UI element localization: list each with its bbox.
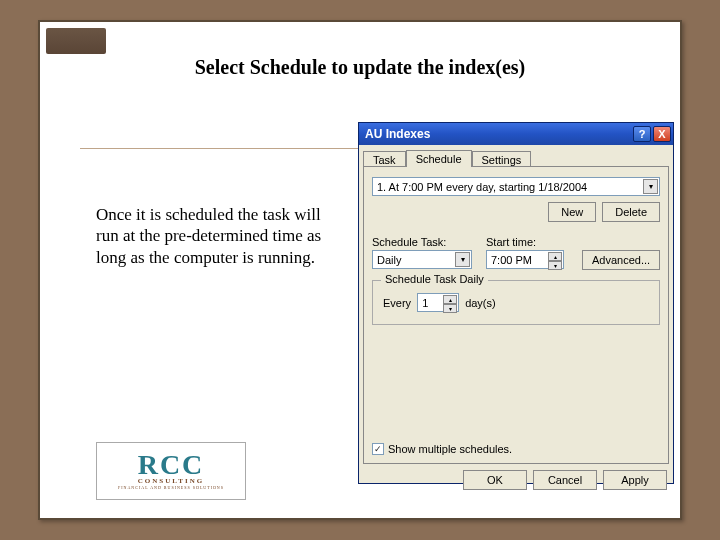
logo-main: RCC <box>138 452 205 477</box>
dialog-button-row: OK Cancel Apply <box>359 464 673 490</box>
ok-button[interactable]: OK <box>463 470 527 490</box>
logo-sub: CONSULTING <box>138 477 204 485</box>
advanced-button[interactable]: Advanced... <box>582 250 660 270</box>
schedule-entry-dropdown[interactable]: 1. At 7:00 PM every day, starting 1/18/2… <box>372 177 660 196</box>
help-icon[interactable]: ? <box>633 126 651 142</box>
titlebar[interactable]: AU Indexes ? X <box>359 123 673 145</box>
schedule-task-label: Schedule Task: <box>372 236 472 248</box>
schedule-task-dropdown[interactable]: Daily ▾ <box>372 250 472 269</box>
spinner-buttons[interactable]: ▴▾ <box>548 252 562 267</box>
spacer <box>582 236 660 248</box>
days-label: day(s) <box>465 297 496 309</box>
logo-tagline: FINANCIAL AND BUSINESS SOLUTIONS <box>118 485 224 490</box>
group-legend: Schedule Task Daily <box>381 273 488 285</box>
start-time-field[interactable]: 7:00 PM ▴▾ <box>486 250 564 269</box>
show-multiple-checkbox[interactable]: ✓ <box>372 443 384 455</box>
dialog-title: AU Indexes <box>365 127 631 141</box>
show-multiple-label: Show multiple schedules. <box>388 443 512 455</box>
every-field[interactable]: 1 ▴▾ <box>417 293 459 312</box>
every-label: Every <box>383 297 411 309</box>
chevron-down-icon[interactable]: ▾ <box>455 252 470 267</box>
logo: RCC CONSULTING FINANCIAL AND BUSINESS SO… <box>96 442 246 500</box>
chevron-down-icon[interactable]: ▾ <box>643 179 658 194</box>
start-time-label: Start time: <box>486 236 568 248</box>
schedule-daily-group: Schedule Task Daily Every 1 ▴▾ day(s) <box>372 280 660 325</box>
tab-schedule[interactable]: Schedule <box>406 150 472 167</box>
slide-description: Once it is scheduled the task will run a… <box>96 204 326 268</box>
tab-content: 1. At 7:00 PM every day, starting 1/18/2… <box>363 166 669 464</box>
delete-button[interactable]: Delete <box>602 202 660 222</box>
start-time-value: 7:00 PM <box>491 254 532 266</box>
schedule-task-value: Daily <box>377 254 401 266</box>
schedule-dialog: AU Indexes ? X Task Schedule Settings 1.… <box>358 122 674 484</box>
corner-decoration <box>46 28 106 54</box>
show-multiple-row[interactable]: ✓ Show multiple schedules. <box>372 443 512 455</box>
close-icon[interactable]: X <box>653 126 671 142</box>
new-button[interactable]: New <box>548 202 596 222</box>
slide-frame: Select Schedule to update the index(es) … <box>38 20 682 520</box>
slide-title: Select Schedule to update the index(es) <box>40 56 680 79</box>
tab-strip: Task Schedule Settings <box>359 149 673 166</box>
apply-button[interactable]: Apply <box>603 470 667 490</box>
cancel-button[interactable]: Cancel <box>533 470 597 490</box>
spinner-buttons[interactable]: ▴▾ <box>443 295 457 310</box>
every-value: 1 <box>422 297 428 309</box>
schedule-entry-value: 1. At 7:00 PM every day, starting 1/18/2… <box>377 181 587 193</box>
